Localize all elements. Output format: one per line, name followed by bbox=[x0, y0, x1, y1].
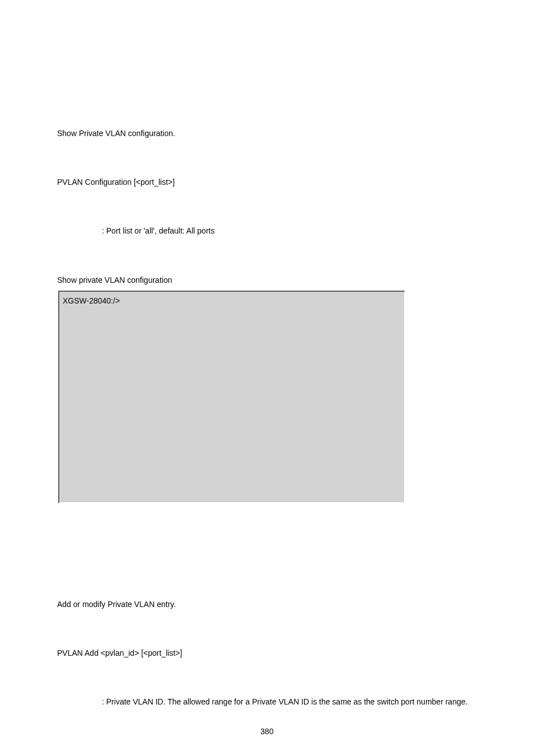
terminal-output-box: XGSW-28040:/> bbox=[58, 291, 405, 503]
spacer bbox=[57, 503, 516, 600]
document-page: Show Private VLAN configuration. PVLAN C… bbox=[0, 0, 534, 756]
section1-example-label: Show private VLAN configuration bbox=[57, 276, 516, 285]
page-number: 380 bbox=[260, 727, 273, 736]
section1-description: Show Private VLAN configuration. bbox=[57, 129, 516, 138]
section1-syntax: PVLAN Configuration [<port_list>] bbox=[57, 178, 516, 187]
terminal-prompt: XGSW-28040:/> bbox=[63, 296, 120, 305]
section2-description: Add or modify Private VLAN entry. bbox=[57, 600, 516, 609]
section2-parameter: : Private VLAN ID. The allowed range for… bbox=[57, 697, 516, 707]
section2-syntax: PVLAN Add <pvlan_id> [<port_list>] bbox=[57, 648, 516, 658]
section1-parameter: : Port list or 'all', default: All ports bbox=[57, 226, 516, 236]
